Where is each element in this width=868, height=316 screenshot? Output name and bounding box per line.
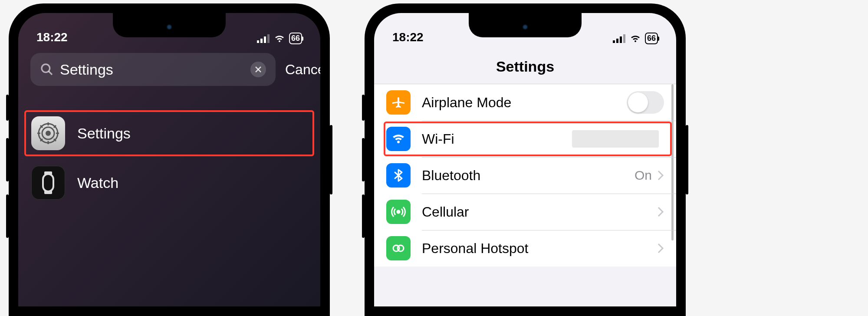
svg-rect-19 bbox=[43, 174, 53, 191]
row-airplane-mode[interactable]: Airplane Mode bbox=[374, 84, 676, 121]
settings-list: Airplane Mode Wi-Fi Bluetooth On bbox=[374, 84, 676, 267]
status-icons: 66 bbox=[257, 33, 302, 44]
svg-point-10 bbox=[46, 131, 51, 136]
hotspot-icon bbox=[386, 236, 411, 260]
setting-label: Wi-Fi bbox=[422, 131, 572, 147]
setting-value: On bbox=[635, 168, 652, 183]
chevron-right-icon bbox=[657, 170, 664, 181]
svg-point-4 bbox=[42, 64, 50, 72]
row-wifi[interactable]: Wi-Fi bbox=[374, 121, 676, 157]
row-cellular[interactable]: Cellular bbox=[374, 194, 676, 230]
result-label: Watch bbox=[77, 174, 118, 191]
phone-frame-left: 18:22 66 Cancel Se bbox=[9, 3, 330, 316]
settings-app-icon bbox=[31, 116, 65, 150]
screen-settings: 18:22 66 Settings Airplane Mode bbox=[374, 13, 676, 306]
screen-spotlight: 18:22 66 Cancel Se bbox=[18, 13, 320, 306]
clear-search-button[interactable] bbox=[250, 62, 266, 77]
svg-rect-21 bbox=[44, 191, 52, 194]
result-label: Settings bbox=[77, 125, 131, 142]
status-icons: 66 bbox=[613, 33, 658, 44]
setting-label: Airplane Mode bbox=[422, 95, 627, 111]
highlight-box bbox=[24, 110, 314, 156]
status-time: 18:22 bbox=[392, 30, 424, 44]
cellular-icon bbox=[386, 200, 411, 224]
result-settings[interactable]: Settings bbox=[18, 109, 320, 158]
svg-rect-20 bbox=[44, 171, 52, 175]
setting-label: Bluetooth bbox=[422, 168, 635, 184]
row-bluetooth[interactable]: Bluetooth On bbox=[374, 157, 676, 194]
row-personal-hotspot[interactable]: Personal Hotspot bbox=[374, 230, 676, 267]
wifi-signal-icon bbox=[629, 34, 641, 43]
svg-rect-0 bbox=[257, 40, 259, 43]
status-time: 18:22 bbox=[36, 30, 68, 44]
phone-frame-right: 18:22 66 Settings Airplane Mode bbox=[365, 3, 686, 316]
page-title: Settings bbox=[374, 48, 676, 84]
svg-line-5 bbox=[49, 71, 52, 75]
cellular-signal-icon bbox=[613, 34, 626, 43]
svg-rect-1 bbox=[260, 39, 263, 43]
svg-rect-22 bbox=[613, 40, 615, 43]
airplane-mode-toggle[interactable] bbox=[627, 91, 664, 114]
svg-rect-23 bbox=[616, 39, 618, 43]
search-input[interactable] bbox=[60, 61, 244, 78]
close-icon bbox=[254, 66, 262, 73]
search-field[interactable] bbox=[30, 53, 276, 86]
watch-app-icon bbox=[31, 166, 65, 200]
airplane-icon bbox=[386, 90, 411, 115]
bluetooth-icon bbox=[386, 163, 411, 188]
svg-rect-25 bbox=[623, 34, 625, 43]
notch bbox=[469, 13, 582, 37]
chevron-right-icon bbox=[657, 206, 664, 217]
svg-point-26 bbox=[397, 211, 400, 213]
cellular-signal-icon bbox=[257, 34, 270, 43]
cancel-button[interactable]: Cancel bbox=[285, 62, 320, 78]
result-watch[interactable]: Watch bbox=[18, 158, 320, 207]
wifi-signal-icon bbox=[273, 34, 286, 43]
notch bbox=[113, 13, 226, 37]
battery-indicator: 66 bbox=[289, 33, 302, 44]
svg-rect-2 bbox=[264, 36, 266, 43]
search-row: Cancel bbox=[18, 48, 320, 91]
svg-point-28 bbox=[398, 245, 404, 251]
svg-rect-24 bbox=[620, 36, 622, 43]
setting-label: Cellular bbox=[422, 204, 657, 220]
battery-indicator: 66 bbox=[645, 33, 658, 44]
wifi-icon bbox=[386, 127, 411, 151]
search-results: Settings Watch bbox=[18, 91, 320, 207]
search-icon bbox=[40, 63, 54, 76]
wifi-network-name-redacted bbox=[572, 130, 659, 148]
chevron-right-icon bbox=[657, 243, 664, 254]
setting-label: Personal Hotspot bbox=[422, 240, 657, 257]
svg-rect-3 bbox=[267, 34, 270, 43]
